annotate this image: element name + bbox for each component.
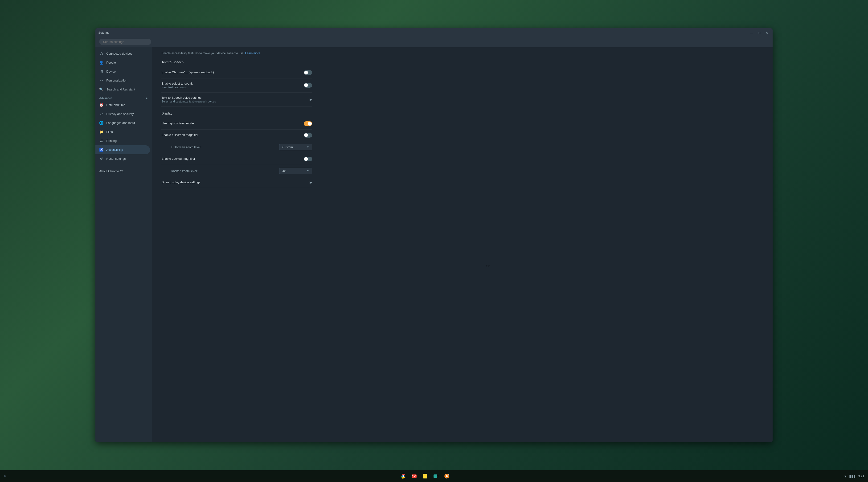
high-contrast-label: Use high contrast mode (161, 122, 300, 125)
chromevox-label: Enable ChromeVox (spoken feedback) (161, 70, 300, 74)
personalization-icon: ✏ (99, 78, 103, 83)
taskbar-launcher-dot[interactable] (4, 475, 6, 477)
shield-icon: 🛡 (99, 112, 103, 116)
sidebar-item-date-time[interactable]: ⏰ Date and time (95, 101, 150, 109)
main-layout: ⬡ Connected devices 👤 People 🖥 Device ✏ … (95, 47, 773, 442)
print-icon: 🖨 (99, 139, 103, 143)
content-inner: Enable accessibility features to make yo… (152, 47, 321, 197)
chromevox-control (304, 70, 312, 75)
settings-content: Enable accessibility features to make yo… (152, 47, 773, 442)
taskbar-apps (398, 471, 452, 481)
close-button[interactable]: ✕ (764, 30, 770, 35)
taskbar-gmail-icon[interactable] (409, 471, 419, 481)
sidebar-item-accessibility[interactable]: ♿ Accessibility (95, 146, 150, 154)
advanced-label: Advanced (99, 97, 113, 99)
fullscreen-zoom-row: Fullscreen zoom level: Custom ▼ (161, 141, 312, 153)
chromevox-row: Enable ChromeVox (spoken feedback) (161, 67, 312, 78)
sidebar-item-files[interactable]: 📁 Files (95, 127, 150, 136)
display-device-settings-label: Open display device settings (161, 181, 306, 184)
chromevox-toggle[interactable] (304, 70, 312, 75)
advanced-arrow-icon: ▲ (145, 96, 148, 100)
select-to-speak-label: Enable select-to-speak (161, 82, 300, 85)
tts-voice-settings-control: ▶ (310, 98, 312, 101)
tts-voice-settings-row[interactable]: Text-to-Speech voice settings Select and… (161, 93, 312, 107)
fullscreen-zoom-value: Custom (282, 146, 293, 149)
connected-devices-icon: ⬡ (99, 52, 103, 56)
settings-window: Settings — □ ✕ ⬡ Connected devices 👤 Peo… (95, 28, 773, 442)
high-contrast-text: Use high contrast mode (161, 122, 300, 126)
fullscreen-magnifier-label: Enable fullscreen magnifier (161, 133, 300, 137)
fullscreen-magnifier-text: Enable fullscreen magnifier (161, 133, 300, 137)
text-to-speech-heading: Text-to-Speech (161, 60, 312, 64)
sidebar-item-label-privacy-security: Privacy and security (106, 112, 133, 116)
sidebar-item-connected-devices[interactable]: ⬡ Connected devices (95, 49, 150, 58)
taskbar-settings-icon[interactable] (442, 471, 452, 481)
fullscreen-magnifier-control (304, 133, 312, 137)
chromevox-text: Enable ChromeVox (spoken feedback) (161, 70, 300, 74)
sidebar-item-search-assistant[interactable]: 🔍 Search and Assistant (95, 85, 150, 94)
sidebar-item-label-accessibility: Accessibility (106, 148, 123, 152)
high-contrast-row: Use high contrast mode (161, 118, 312, 130)
display-device-settings-control: ▶ (310, 181, 312, 184)
window-title: Settings (98, 31, 109, 34)
taskbar-left (4, 475, 6, 477)
sidebar-item-languages-input[interactable]: 🌐 Languages and input (95, 119, 150, 127)
svg-point-1 (403, 475, 404, 477)
docked-zoom-label: Docked zoom level: (171, 169, 197, 173)
display-device-settings-arrow-icon: ▶ (310, 181, 312, 184)
select-to-speak-toggle[interactable] (304, 83, 312, 88)
sidebar-item-printing[interactable]: 🖨 Printing (95, 136, 150, 146)
sidebar-item-label-about: About Chrome OS (99, 169, 124, 173)
sidebar-item-reset-settings[interactable]: ↺ Reset settings (95, 154, 150, 163)
high-contrast-control (304, 121, 312, 126)
high-contrast-toggle[interactable] (304, 121, 312, 126)
docked-magnifier-toggle[interactable] (304, 157, 312, 161)
taskbar: ▾ ▮▮▮ 3:21 (0, 470, 868, 482)
docked-zoom-dropdown[interactable]: 4x ▼ (279, 168, 312, 174)
fullscreen-magnifier-toggle[interactable] (304, 133, 312, 137)
docked-magnifier-label: Enable docked magnifier (161, 157, 300, 160)
device-icon: 🖥 (99, 69, 103, 74)
taskbar-notes-icon[interactable] (420, 471, 430, 481)
maximize-button[interactable]: □ (757, 30, 762, 35)
display-device-settings-row[interactable]: Open display device settings ▶ (161, 177, 312, 188)
accessibility-icon: ♿ (99, 148, 103, 152)
taskbar-right: ▾ ▮▮▮ 3:21 (844, 474, 864, 479)
sidebar-item-people[interactable]: 👤 People (95, 58, 150, 67)
advanced-section-header[interactable]: Advanced ▲ (95, 94, 152, 101)
search-assistant-icon: 🔍 (99, 87, 103, 92)
sidebar-item-about[interactable]: About Chrome OS (95, 167, 150, 175)
tts-voice-settings-label: Text-to-Speech voice settings (161, 96, 306, 99)
fullscreen-magnifier-row: Enable fullscreen magnifier (161, 130, 312, 141)
select-to-speak-row: Enable select-to-speak Hear text read al… (161, 78, 312, 93)
select-to-speak-subtitle: Hear text read aloud (161, 86, 300, 89)
taskbar-video-icon[interactable] (431, 471, 441, 481)
sidebar-item-label-printing: Printing (106, 139, 117, 142)
sidebar-item-label-files: Files (106, 130, 113, 134)
top-note-text: Enable accessibility features to make yo… (161, 52, 245, 55)
learn-more-link[interactable]: Learn more (245, 52, 260, 55)
docked-magnifier-text: Enable docked magnifier (161, 157, 300, 161)
select-to-speak-control (304, 83, 312, 88)
sidebar-item-personalization[interactable]: ✏ Personalization (95, 76, 150, 85)
sidebar-item-label-connected-devices: Connected devices (106, 52, 132, 55)
fullscreen-zoom-dropdown-arrow-icon: ▼ (307, 146, 309, 149)
svg-rect-7 (434, 475, 437, 478)
search-input[interactable] (99, 39, 151, 45)
minimize-button[interactable]: — (748, 30, 754, 35)
docked-magnifier-control (304, 157, 312, 161)
search-area (95, 37, 773, 47)
taskbar-chrome-icon[interactable] (398, 471, 408, 481)
window-controls: — □ ✕ (748, 30, 770, 35)
sidebar-item-label-device: Device (106, 70, 116, 73)
battery-icon: ▮▮▮ (849, 474, 856, 479)
docked-magnifier-row: Enable docked magnifier (161, 153, 312, 165)
sidebar-item-privacy-security[interactable]: 🛡 Privacy and security (95, 109, 150, 119)
globe-icon: 🌐 (99, 121, 103, 125)
docked-zoom-value: 4x (282, 169, 285, 173)
svg-rect-2 (412, 475, 416, 478)
fullscreen-zoom-dropdown[interactable]: Custom ▼ (279, 144, 312, 150)
tts-voice-settings-text: Text-to-Speech voice settings Select and… (161, 96, 306, 103)
sidebar-item-label-personalization: Personalization (106, 79, 127, 82)
sidebar-item-device[interactable]: 🖥 Device (95, 67, 150, 76)
